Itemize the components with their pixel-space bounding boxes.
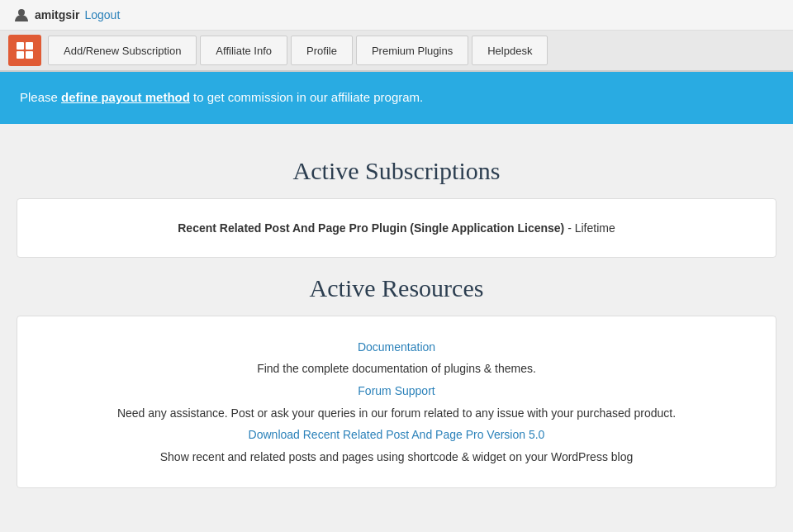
svg-point-0 [18, 9, 25, 16]
subscription-item-bold: Recent Related Post And Page Pro Plugin … [178, 221, 564, 235]
subscriptions-box: Recent Related Post And Page Pro Plugin … [17, 198, 776, 258]
profile-btn[interactable]: Profile [291, 36, 353, 65]
forum-support-link[interactable]: Forum Support [42, 380, 751, 402]
user-icon [13, 7, 30, 23]
banner-text-after: to get commission in our affiliate progr… [190, 90, 423, 104]
banner-highlight: define payout method [61, 90, 190, 104]
banner-text-before: Please [20, 90, 61, 104]
forum-desc: Need any assistance. Post or ask your qu… [42, 402, 751, 425]
documentation-desc: Find the complete documentation of plugi… [42, 358, 751, 380]
documentation-link[interactable]: Documentation [42, 336, 751, 359]
svg-rect-2 [26, 42, 33, 50]
svg-rect-4 [26, 51, 33, 59]
site-logo[interactable] [8, 35, 41, 66]
resources-box: Documentation Find the complete document… [17, 316, 776, 489]
add-renew-subscription-btn[interactable]: Add/Renew Subscription [48, 36, 197, 65]
download-desc: Show recent and related posts and pages … [42, 446, 751, 468]
download-link[interactable]: Download Recent Related Post And Page Pr… [42, 424, 751, 446]
active-resources-title: Active Resources [17, 274, 776, 302]
svg-rect-1 [17, 42, 24, 50]
svg-rect-3 [17, 51, 24, 59]
logout-link[interactable]: Logout [84, 8, 120, 21]
logo-icon [15, 40, 35, 60]
active-subscriptions-title: Active Subscriptions [17, 157, 776, 185]
helpdesk-btn[interactable]: Helpdesk [472, 36, 548, 65]
top-bar: amitgsir Logout [0, 0, 793, 31]
affiliate-info-btn[interactable]: Affiliate Info [200, 36, 287, 65]
username-label: amitgsir [35, 8, 79, 21]
main-content: Active Subscriptions Recent Related Post… [0, 124, 793, 522]
nav-bar: Add/Renew Subscription Affiliate Info Pr… [0, 31, 793, 72]
subscription-item-suffix: - Lifetime [564, 221, 615, 235]
premium-plugins-btn[interactable]: Premium Plugins [356, 36, 468, 65]
banner: Please define payout method to get commi… [0, 72, 793, 124]
subscription-item: Recent Related Post And Page Pro Plugin … [42, 219, 751, 237]
